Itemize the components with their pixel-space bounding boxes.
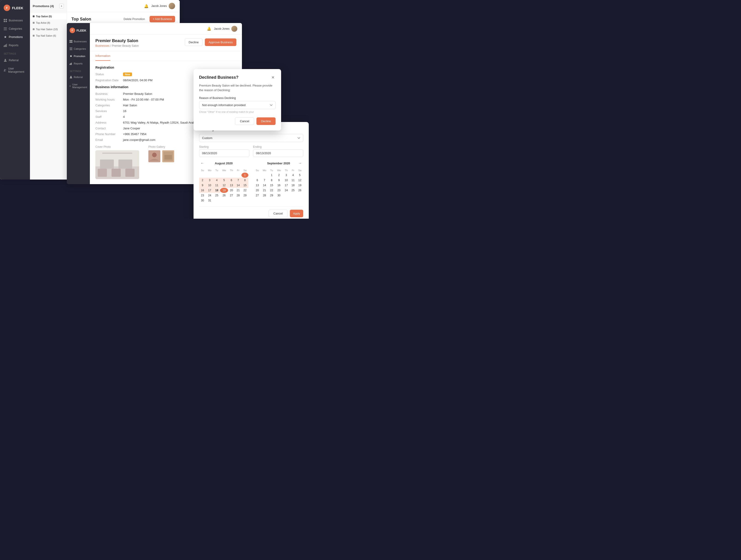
tab-information[interactable]: Information xyxy=(95,51,110,61)
cal-day[interactable]: 28 xyxy=(261,193,268,198)
promo-item-top-nail[interactable]: Top Nail Salon (6) xyxy=(30,32,67,39)
cal-day[interactable]: 12 xyxy=(220,183,228,188)
cal-day[interactable]: 13 xyxy=(228,183,235,188)
promo-item-top-artist[interactable]: Top Artist (8) xyxy=(30,19,67,26)
modal-decline-button[interactable]: Decline xyxy=(257,117,276,125)
svg-rect-2 xyxy=(4,21,5,22)
cal-day[interactable]: 27 xyxy=(228,193,235,198)
cal-day[interactable]: 1 xyxy=(268,173,275,178)
cal-day[interactable]: 31 xyxy=(206,198,214,203)
cal-day[interactable]: 16 xyxy=(275,183,283,188)
sidebar-item-user-management[interactable]: User Management xyxy=(0,65,30,76)
cal-day[interactable]: 28 xyxy=(235,193,242,198)
cal-day[interactable]: 8 xyxy=(268,178,275,183)
cal-day[interactable]: 2 xyxy=(199,178,206,183)
modal-close-button[interactable]: ✕ xyxy=(270,75,276,80)
cal-header-sa: Sa xyxy=(296,168,303,173)
cal-day[interactable]: 26 xyxy=(220,193,228,198)
cal-day[interactable]: 4 xyxy=(290,173,296,178)
detail-sidebar-item-businesses[interactable]: Businesses xyxy=(67,38,90,45)
cal-day[interactable]: 4 xyxy=(213,178,220,183)
date-cancel-button[interactable]: Cancel xyxy=(269,210,287,217)
detail-bell-icon[interactable]: 🔔 xyxy=(207,27,211,31)
cal-day[interactable]: 5 xyxy=(296,173,303,178)
cal-day[interactable]: 29 xyxy=(242,193,248,198)
cal-day[interactable]: 23 xyxy=(199,193,206,198)
cal-day[interactable]: 1 xyxy=(242,173,248,178)
svg-rect-14 xyxy=(70,40,71,41)
date-range-type-select[interactable]: Custom xyxy=(199,134,303,142)
detail-sidebar-item-referral[interactable]: Referral xyxy=(67,73,90,81)
promo-item-top-salon[interactable]: Top Salon (5) xyxy=(30,13,67,19)
promo-item-top-hair[interactable]: Top Hair Salon (10) xyxy=(30,26,67,32)
sidebar-item-referral[interactable]: Referral xyxy=(0,56,30,64)
detail-sidebar-item-reports[interactable]: Reports xyxy=(67,60,90,67)
approve-button[interactable]: Approve Business xyxy=(205,38,237,46)
cal-day[interactable]: 24 xyxy=(206,193,214,198)
add-business-button[interactable]: + Add Business xyxy=(149,16,175,22)
cal-day[interactable]: 22 xyxy=(242,188,248,193)
cal-day[interactable]: 8 xyxy=(242,178,248,183)
cal-day[interactable]: 9 xyxy=(199,183,206,188)
cal-day[interactable]: 19 xyxy=(296,183,303,188)
cal-day[interactable]: 17 xyxy=(283,183,290,188)
cal-day[interactable]: 3 xyxy=(283,173,290,178)
breadcrumb-parent[interactable]: Businesses xyxy=(95,44,110,48)
cal-day[interactable]: 12 xyxy=(296,178,303,183)
delete-promotion-button[interactable]: Delete Promotion xyxy=(121,16,147,22)
cal-day[interactable]: 3 xyxy=(206,178,214,183)
detail-sidebar-item-categories[interactable]: Categories xyxy=(67,45,90,53)
add-promotion-button[interactable]: + xyxy=(59,4,64,8)
cal-day[interactable]: 10 xyxy=(206,183,214,188)
cal-day[interactable]: 25 xyxy=(290,188,296,193)
cal-next-button[interactable]: → xyxy=(297,161,303,166)
cal-day[interactable]: 15 xyxy=(242,183,248,188)
cal-prev-button[interactable]: ← xyxy=(199,161,206,166)
cal-day[interactable]: 13 xyxy=(254,183,261,188)
cal-day[interactable]: 17 xyxy=(206,188,214,193)
date-apply-button[interactable]: Apply xyxy=(290,210,303,217)
cal-day[interactable]: 23 xyxy=(275,188,283,193)
cal-day[interactable]: 19 xyxy=(220,188,228,193)
cal-day[interactable]: 16 xyxy=(199,188,206,193)
starting-date-input[interactable] xyxy=(199,149,249,157)
cal-day[interactable]: 11 xyxy=(290,178,296,183)
cal-day[interactable]: 5 xyxy=(220,178,228,183)
cal-day[interactable]: 22 xyxy=(268,188,275,193)
cal-day[interactable]: 14 xyxy=(235,183,242,188)
sidebar-item-reports[interactable]: Reports xyxy=(0,42,30,49)
sidebar-item-businesses[interactable]: Businesses xyxy=(0,17,30,24)
cal-day[interactable]: 30 xyxy=(199,198,206,203)
cal-day[interactable]: 7 xyxy=(235,178,242,183)
cal-day[interactable]: 18 xyxy=(290,183,296,188)
cal-day[interactable]: 25 xyxy=(213,193,220,198)
cal-day[interactable]: 14 xyxy=(261,183,268,188)
cal-day[interactable]: 29 xyxy=(268,193,275,198)
sidebar-item-promotions[interactable]: Promotions xyxy=(0,33,30,41)
cal-day[interactable]: 20 xyxy=(254,188,261,193)
cal-day[interactable]: 9 xyxy=(275,178,283,183)
cal-day[interactable]: 10 xyxy=(283,178,290,183)
cal-day[interactable]: 21 xyxy=(261,188,268,193)
cal-day[interactable]: 7 xyxy=(261,178,268,183)
cal-day[interactable]: 6 xyxy=(228,178,235,183)
decline-button[interactable]: Decline xyxy=(185,38,203,46)
modal-cancel-button[interactable]: Cancel xyxy=(235,117,254,125)
cal-day[interactable]: 27 xyxy=(254,193,261,198)
cal-day[interactable]: 20 xyxy=(228,188,235,193)
cal-day[interactable]: 18 xyxy=(213,188,220,193)
sidebar-item-categories[interactable]: Categories xyxy=(0,25,30,33)
reason-select[interactable]: Not enough information provided xyxy=(199,101,276,109)
detail-sidebar-item-promotion[interactable]: Promotion xyxy=(67,53,90,60)
ending-date-input[interactable] xyxy=(253,149,303,157)
cal-day[interactable]: 24 xyxy=(283,188,290,193)
cal-day[interactable]: 6 xyxy=(254,178,261,183)
cal-day[interactable]: 26 xyxy=(296,188,303,193)
cal-day[interactable]: 21 xyxy=(235,188,242,193)
cal-day[interactable]: 2 xyxy=(275,173,283,178)
cal-day[interactable]: 15 xyxy=(268,183,275,188)
cal-day[interactable]: 11 xyxy=(213,183,220,188)
cal-day[interactable]: 30 xyxy=(275,193,283,198)
notification-bell-icon[interactable]: 🔔 xyxy=(144,4,149,8)
detail-sidebar-item-usermgmt[interactable]: User Management xyxy=(67,81,90,91)
